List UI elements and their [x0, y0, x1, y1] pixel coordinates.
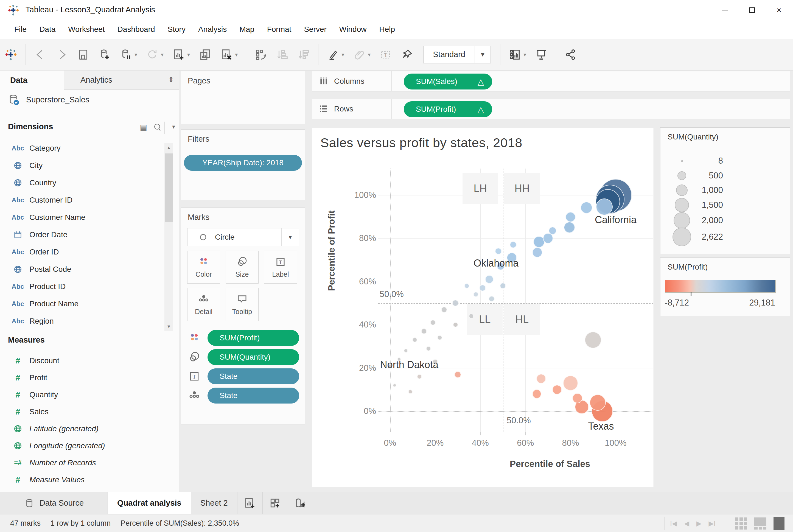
annotation-north-dakota[interactable]: North Dakota	[380, 359, 438, 370]
size-legend-card[interactable]: SUM(Quantity) 85001,0001,5002,0002,622	[660, 127, 790, 254]
show-me-button[interactable]: ▾	[504, 43, 530, 66]
field-number-of-records[interactable]: =#Number of Records	[0, 454, 163, 471]
mark-circle[interactable]	[495, 248, 502, 254]
mark-circle[interactable]	[426, 346, 431, 351]
clear-sheet-dropdown-icon[interactable]: ▾	[235, 51, 238, 58]
maximize-button[interactable]	[738, 0, 766, 20]
forward-button[interactable]	[51, 43, 73, 66]
tab-data[interactable]: Data	[0, 71, 64, 90]
mark-circle[interactable]	[549, 227, 556, 234]
mark-circle[interactable]	[479, 285, 486, 291]
mark-type-dropdown[interactable]: Circle ▼	[187, 228, 299, 246]
pin-button[interactable]	[396, 43, 418, 66]
show-filmstrip-icon[interactable]	[754, 517, 767, 530]
marks-button-size[interactable]: Size	[226, 251, 258, 284]
mark-circle[interactable]	[532, 247, 542, 258]
duplicate-sheet-button[interactable]	[194, 43, 216, 66]
menu-dashboard[interactable]: Dashboard	[111, 22, 161, 37]
mark-circle[interactable]	[543, 233, 553, 243]
field-order-date[interactable]: Order Date	[0, 226, 163, 243]
menu-help[interactable]: Help	[373, 22, 401, 37]
sheet-tab-sheet-2[interactable]: Sheet 2	[191, 492, 237, 514]
field-product-id[interactable]: AbcProduct ID	[0, 278, 163, 295]
mark-circle[interactable]	[393, 383, 396, 387]
dimensions-menu-caret-icon[interactable]: ▾	[172, 123, 175, 130]
nav-first-icon[interactable]: Ⅰ◀	[670, 520, 677, 527]
pause-updates-dropdown-icon[interactable]: ▾	[135, 51, 137, 58]
field-region[interactable]: AbcRegion	[0, 313, 163, 330]
view-as-list-icon[interactable]: ▤	[140, 123, 147, 132]
reference-line-x-50[interactable]	[503, 169, 503, 432]
shelf-pill-sum-profit-[interactable]: SUM(Profit)△	[404, 101, 492, 117]
marks-pill-sum-profit-[interactable]: SUM(Profit)	[208, 330, 299, 346]
mark-circle[interactable]	[485, 275, 494, 284]
field-profit[interactable]: #Profit	[0, 369, 163, 386]
field-latitude-generated-[interactable]: Latitude (generated)	[0, 420, 163, 437]
field-postal-code[interactable]: Postal Code	[0, 261, 163, 278]
mark-circle[interactable]	[437, 335, 442, 340]
mark-circle[interactable]	[464, 283, 469, 288]
chart-title[interactable]: Sales versus profit by states, 2018	[320, 135, 522, 150]
mark-circle[interactable]	[469, 314, 474, 319]
highlight-dropdown-icon[interactable]: ▾	[342, 51, 344, 58]
menu-window[interactable]: Window	[333, 22, 373, 37]
back-button[interactable]	[30, 43, 51, 66]
mark-circle[interactable]	[453, 322, 458, 327]
show-sheet-only-icon[interactable]	[774, 517, 785, 530]
field-sales[interactable]: #Sales	[0, 403, 163, 420]
field-discount[interactable]: #Discount	[0, 352, 163, 369]
dimensions-scrollbar[interactable]: ▲ ▼	[165, 143, 173, 331]
marks-button-label[interactable]: TLabel	[264, 251, 297, 284]
mark-circle[interactable]	[500, 283, 506, 289]
scrollbar-thumb[interactable]	[165, 153, 173, 222]
mark-circle[interactable]	[473, 292, 479, 297]
new-worksheet-dropdown-icon[interactable]: ▾	[187, 51, 190, 58]
chart-pane[interactable]: LHHHLLHL50.0%50.0%CaliforniaOklahomaNort…	[378, 169, 653, 432]
paperclip-dropdown-icon[interactable]: ▾	[368, 51, 371, 58]
field-customer-id[interactable]: AbcCustomer ID	[0, 192, 163, 209]
menu-format[interactable]: Format	[261, 22, 298, 37]
add-data-button[interactable]	[94, 43, 115, 66]
mark-circle[interactable]	[417, 374, 422, 379]
field-customer-name[interactable]: AbcCustomer Name	[0, 209, 163, 226]
mark-circle[interactable]	[441, 307, 447, 313]
mark-circle[interactable]	[565, 212, 576, 222]
save-button[interactable]	[73, 43, 94, 66]
presentation-mode-button[interactable]	[530, 43, 552, 66]
reference-line-y-50[interactable]	[378, 303, 653, 304]
mark-circle[interactable]	[452, 300, 459, 306]
color-legend-card[interactable]: SUM(Profit) -8,712 29,181	[660, 258, 790, 316]
mark-circle[interactable]	[421, 328, 427, 334]
tab-analytics[interactable]: Analytics	[64, 71, 179, 90]
mark-circle[interactable]	[510, 241, 517, 248]
nav-last-icon[interactable]: ▶Ⅰ	[709, 520, 716, 527]
field-order-id[interactable]: AbcOrder ID	[0, 244, 163, 261]
nav-prev-icon[interactable]: ◀	[684, 520, 689, 527]
show-sheet-tabs-icon[interactable]	[735, 517, 747, 530]
mark-circle[interactable]	[536, 374, 546, 383]
sort-ascending-button[interactable]	[271, 43, 293, 66]
new-story-tab-button[interactable]	[288, 492, 313, 514]
mark-circle[interactable]	[408, 390, 412, 394]
sheet-tab-quadrat-analysis[interactable]: Quadrat analysis	[108, 492, 191, 514]
highlight-button[interactable]: ▾	[322, 43, 349, 66]
pane-sort-icon[interactable]: ⇕	[168, 75, 174, 84]
marks-button-color[interactable]: Color	[187, 251, 220, 284]
tableau-logo-button[interactable]	[0, 43, 22, 66]
sheet-tab-data-source[interactable]: Data Source	[0, 492, 108, 514]
annotation-texas[interactable]: Texas	[588, 421, 614, 432]
fit-select-caret-icon[interactable]: ▼	[475, 46, 490, 63]
refresh-dropdown-icon[interactable]: ▾	[161, 51, 163, 58]
field-product-name[interactable]: AbcProduct Name	[0, 296, 163, 312]
mark-circle[interactable]	[552, 385, 562, 395]
mark-circle[interactable]	[585, 331, 601, 348]
mark-circle[interactable]	[589, 395, 606, 411]
marks-pill-state[interactable]: State	[208, 368, 299, 384]
menu-analysis[interactable]: Analysis	[192, 22, 233, 37]
new-worksheet-tab-button[interactable]	[237, 492, 263, 514]
text-label-button[interactable]: T	[375, 43, 396, 66]
field-country[interactable]: Country	[0, 174, 163, 191]
annotation-california[interactable]: California	[595, 214, 637, 226]
mark-circle[interactable]	[454, 371, 461, 378]
mark-circle[interactable]	[572, 393, 582, 403]
